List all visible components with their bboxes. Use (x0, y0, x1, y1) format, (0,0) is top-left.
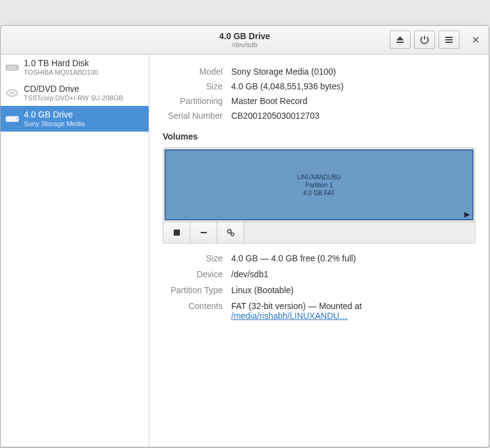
device-sub: TSSTcorp DVD+/-RW SU-208GB (24, 94, 123, 102)
svg-point-8 (228, 230, 231, 233)
device-optical[interactable]: CD/DVD Drive TSSTcorp DVD+/-RW SU-208GB (1, 80, 149, 106)
play-arrow-icon: ▶ (464, 210, 470, 218)
serial-label: Serial Number (163, 111, 223, 121)
volume-options-button[interactable] (217, 222, 244, 243)
contents-label: Contents (163, 301, 223, 321)
stop-icon (173, 228, 181, 237)
eject-button[interactable] (390, 31, 410, 49)
svg-rect-7 (201, 232, 207, 233)
power-button[interactable] (414, 31, 435, 49)
drive-size-value: 4.0 GB (4,048,551,936 bytes) (231, 81, 475, 91)
device-name: 4.0 GB Drive (24, 110, 85, 120)
contents-prefix: FAT (32-bit version) — Mounted at (231, 301, 362, 311)
delete-partition-button[interactable] (190, 222, 217, 243)
device-name: 1.0 TB Hard Disk (24, 58, 98, 69)
device-hdd[interactable]: 1.0 TB Hard Disk TOSHIBA MQ01ABD100 (1, 54, 149, 80)
close-icon: ✕ (472, 34, 480, 46)
volume-sizefs: 4.0 GB FAT (297, 189, 341, 197)
svg-point-3 (11, 92, 13, 94)
eject-icon (395, 35, 405, 45)
part-type-label: Partition Type (163, 285, 223, 295)
svg-point-1 (16, 67, 17, 69)
device-sub: TOSHIBA MQ01ABD100 (24, 69, 98, 77)
mount-point-link[interactable]: /media/rishabh/LINUXANDU… (231, 311, 348, 321)
svg-rect-5 (16, 118, 18, 121)
unmount-button[interactable] (163, 222, 190, 243)
disks-window: 4.0 GB Drive /dev/sdb ✕ (0, 25, 489, 447)
volumes-heading: Volumes (163, 132, 475, 141)
hdd-icon (6, 62, 19, 73)
drive-size-label: Size (163, 81, 223, 91)
minus-icon (199, 228, 208, 237)
serial-value: CB2001205030012703 (231, 111, 475, 121)
volume-diagram: LINUXANDUBU Partition 1 4.0 GB FAT ▶ (163, 147, 475, 244)
close-button[interactable]: ✕ (467, 31, 484, 48)
device-sidebar: 1.0 TB Hard Disk TOSHIBA MQ01ABD100 CD/D… (1, 54, 149, 447)
svg-rect-6 (174, 230, 180, 236)
contents-value: FAT (32-bit version) — Mounted at /media… (231, 301, 475, 321)
part-device-label: Device (163, 269, 223, 279)
part-type-value: Linux (Bootable) (231, 285, 475, 295)
gears-icon (226, 228, 235, 237)
partitioning-label: Partitioning (163, 96, 223, 106)
part-device-value: /dev/sdb1 (231, 269, 475, 279)
part-size-label: Size (163, 253, 223, 263)
title: 4.0 GB Drive (219, 31, 270, 41)
device-name: CD/DVD Drive (24, 84, 123, 94)
detail-pane: Model Sony Storage Media (0100) Size 4.0… (149, 54, 489, 447)
svg-point-9 (231, 233, 234, 236)
device-usb[interactable]: 4.0 GB Drive Sony Storage Media (1, 106, 149, 132)
titlebar: 4.0 GB Drive /dev/sdb ✕ (1, 26, 489, 54)
part-size-value: 4.0 GB — 4.0 GB free (0.2% full) (231, 253, 475, 263)
device-sub: Sony Storage Media (24, 120, 85, 128)
menu-button[interactable] (439, 31, 459, 49)
partitioning-value: Master Boot Record (231, 96, 475, 106)
menu-icon (444, 35, 454, 45)
volume-partition: Partition 1 (297, 181, 341, 189)
optical-icon (6, 88, 19, 99)
model-label: Model (163, 67, 223, 77)
volume-name: LINUXANDUBU (297, 173, 341, 181)
subtitle: /dev/sdb (232, 41, 258, 48)
power-icon (420, 35, 429, 45)
usb-drive-icon (6, 113, 19, 124)
volume-block[interactable]: LINUXANDUBU Partition 1 4.0 GB FAT ▶ (165, 149, 473, 220)
volume-toolbar (163, 222, 475, 243)
model-value: Sony Storage Media (0100) (231, 67, 475, 77)
